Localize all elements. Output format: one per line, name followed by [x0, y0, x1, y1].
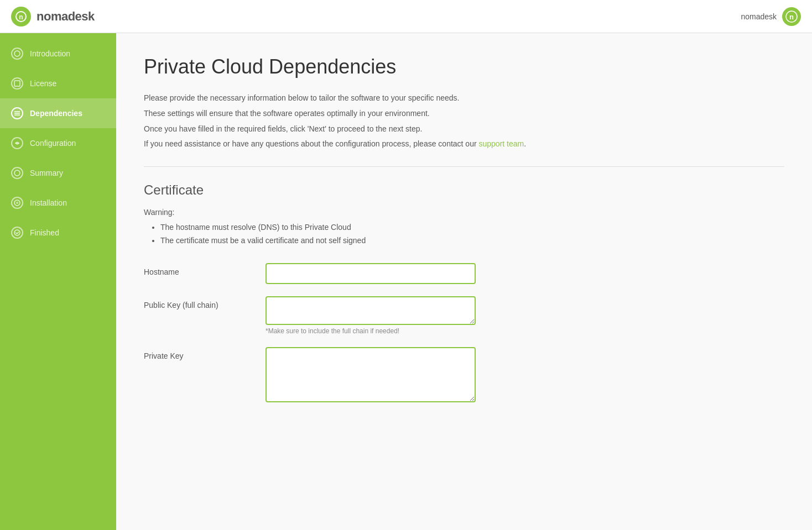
header: n nomadesk nomadesk n	[0, 0, 812, 33]
public-key-row: Public Key (full chain) *Make sure to in…	[144, 296, 784, 335]
installation-icon	[11, 197, 23, 209]
intro-line-2: These settings will ensure that the soft…	[144, 107, 784, 120]
private-key-row: Private Key	[144, 347, 784, 402]
intro-line-1: Please provide the necessary information…	[144, 92, 784, 105]
username-label: nomadesk	[741, 12, 777, 21]
svg-rect-5	[14, 81, 20, 86]
svg-text:n: n	[19, 13, 23, 21]
page-title: Private Cloud Dependencies	[144, 55, 784, 78]
sidebar-label-introduction: Introduction	[30, 49, 70, 58]
warning-item-2: The certificate must be a valid certific…	[160, 234, 784, 248]
intro-line-4: If you need assistance or have any quest…	[144, 138, 784, 151]
sidebar-label-summary: Summary	[30, 169, 63, 177]
sidebar-item-dependencies[interactable]: Dependencies	[0, 98, 116, 128]
logo-area: n nomadesk	[11, 7, 95, 27]
sidebar-label-dependencies: Dependencies	[30, 109, 82, 118]
svg-point-4	[14, 51, 20, 56]
configuration-icon	[11, 137, 23, 149]
sidebar-label-installation: Installation	[30, 198, 67, 207]
intro-line-4-end: .	[524, 139, 526, 148]
finished-icon	[11, 227, 23, 239]
public-key-label: Public Key (full chain)	[144, 296, 254, 309]
logo-text: nomadesk	[37, 9, 95, 24]
hostname-row: Hostname	[144, 263, 784, 284]
layout: Introduction License Dependencies	[0, 33, 812, 530]
sidebar-label-configuration: Configuration	[30, 139, 76, 148]
logo-icon: n	[11, 7, 31, 27]
header-user: nomadesk n	[741, 7, 801, 26]
svg-point-12	[14, 200, 20, 206]
sidebar-label-finished: Finished	[30, 228, 59, 237]
sidebar-item-summary[interactable]: Summary	[0, 158, 116, 188]
sidebar-item-installation[interactable]: Installation	[0, 188, 116, 218]
sidebar: Introduction License Dependencies	[0, 33, 116, 530]
introduction-icon	[11, 48, 23, 60]
private-key-textarea[interactable]	[266, 347, 476, 402]
section-divider	[144, 166, 784, 167]
main-content: Private Cloud Dependencies Please provid…	[116, 33, 812, 530]
public-key-textarea[interactable]	[266, 296, 476, 325]
certificate-section-title: Certificate	[144, 182, 784, 198]
svg-point-13	[17, 202, 18, 204]
hostname-input[interactable]	[266, 263, 476, 284]
summary-icon	[11, 167, 23, 179]
warning-label: Warning:	[144, 208, 784, 217]
svg-text:n: n	[789, 13, 794, 21]
sidebar-item-introduction[interactable]: Introduction	[0, 39, 116, 69]
svg-point-11	[14, 170, 20, 176]
intro-line-4-text: If you need assistance or have any quest…	[144, 139, 477, 148]
warning-list: The hostname must resolve (DNS) to this …	[144, 221, 784, 248]
dependencies-icon	[11, 107, 23, 119]
intro-line-3: Once you have filled in the required fie…	[144, 123, 784, 136]
license-icon	[11, 77, 23, 90]
hostname-label: Hostname	[144, 263, 254, 276]
sidebar-item-license[interactable]: License	[0, 69, 116, 98]
public-key-hint: *Make sure to include the full chain if …	[266, 327, 476, 335]
sidebar-item-finished[interactable]: Finished	[0, 218, 116, 248]
private-key-label: Private Key	[144, 347, 254, 360]
sidebar-item-configuration[interactable]: Configuration	[0, 128, 116, 158]
sidebar-label-license: License	[30, 79, 56, 88]
warning-item-1: The hostname must resolve (DNS) to this …	[160, 221, 784, 234]
svg-point-14	[14, 230, 20, 235]
user-avatar: n	[782, 7, 801, 26]
support-team-link[interactable]: support team	[479, 139, 524, 148]
